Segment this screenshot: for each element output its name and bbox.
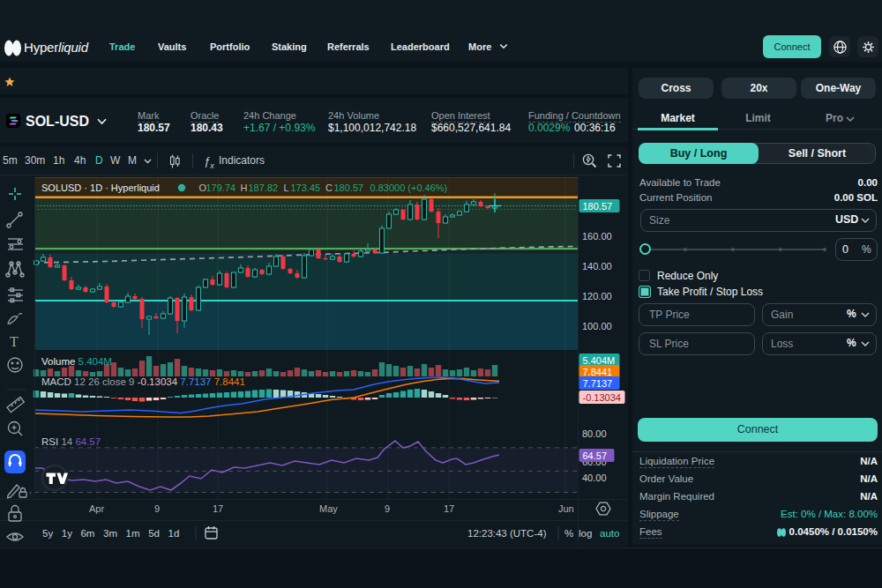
svg-text:H: H <box>241 182 248 193</box>
svg-text:7.8441: 7.8441 <box>583 367 613 377</box>
svg-text:9: 9 <box>385 503 390 514</box>
svg-text:140.00: 140.00 <box>582 261 612 272</box>
svg-text:17: 17 <box>444 503 454 514</box>
svg-text:MACD 12 26 close 9 -0.13034: MACD 12 26 close 9 -0.13034 7.7137 7.844… <box>41 376 245 387</box>
svg-text:-0.13034: -0.13034 <box>583 392 621 403</box>
svg-text:80.00: 80.00 <box>582 428 607 439</box>
svg-text:100.00: 100.00 <box>582 321 612 331</box>
svg-text:Jun: Jun <box>558 503 574 514</box>
svg-text:auto: auto <box>600 528 619 539</box>
svg-text:173.45: 173.45 <box>291 182 321 193</box>
svg-text:5y 1y 6m 3m 1m 5d: 5y 1y 6m 3m 1m 5d 1d <box>42 528 179 539</box>
svg-text:%: % <box>564 528 573 539</box>
svg-text:5.404M: 5.404M <box>583 355 616 366</box>
svg-text:120.00: 120.00 <box>582 291 612 301</box>
svg-text:40.00: 40.00 <box>582 473 607 483</box>
svg-text:12:23:43 (UTC-4): 12:23:43 (UTC-4) <box>467 528 547 539</box>
svg-text:7.7137: 7.7137 <box>583 378 613 389</box>
svg-text:‹: ‹ <box>29 488 32 497</box>
svg-text:0.83000 (+0.46%): 0.83000 (+0.46%) <box>370 182 448 193</box>
svg-text:Apr: Apr <box>89 503 104 514</box>
svg-text:17: 17 <box>213 503 223 514</box>
svg-text:Volume 5.404M: Volume 5.404M <box>41 356 112 367</box>
svg-text:RSI 14 64.57: RSI 14 64.57 <box>41 436 101 447</box>
svg-text:64.57: 64.57 <box>583 450 608 461</box>
svg-text:180.57: 180.57 <box>583 201 613 212</box>
svg-text:180.57: 180.57 <box>334 182 364 193</box>
svg-text:SOLUSD · 1D · Hyperliquid: SOLUSD · 1D · Hyperliquid <box>41 182 160 193</box>
svg-text:187.82: 187.82 <box>249 182 279 193</box>
svg-text:C: C <box>325 182 333 193</box>
svg-text:T: T <box>10 334 19 349</box>
svg-text:9: 9 <box>154 503 160 514</box>
svg-text:May: May <box>319 503 338 514</box>
svg-text:160.00: 160.00 <box>582 231 612 242</box>
svg-text:179.74: 179.74 <box>206 182 236 193</box>
svg-text:log: log <box>579 528 592 539</box>
svg-text:L: L <box>284 182 289 193</box>
